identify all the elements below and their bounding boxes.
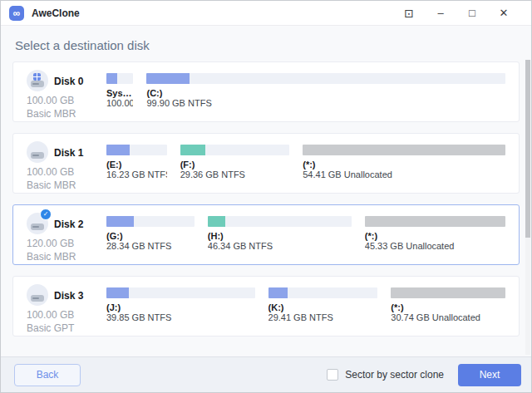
boxed-dot-icon[interactable]: ⊡ — [393, 2, 425, 24]
system-chip-icon — [33, 73, 41, 81]
scrollbar-thumb[interactable] — [525, 60, 530, 238]
disk-row[interactable]: ✓ Disk 1 100.00 GB Basic MBR (E:) 16.23 … — [12, 133, 520, 194]
partition-usage-fill — [106, 287, 129, 298]
disk-size: 100.00 GB — [27, 165, 106, 179]
partition-info: 28.34 GB NTFS — [106, 241, 195, 251]
disk-row[interactable]: ✓ Disk 2 120.00 GB Basic MBR (G:) 28.34 … — [12, 204, 520, 265]
partition-usage-bar — [106, 73, 133, 84]
partition-strip: (G:) 28.34 GB NTFS (H:) 46.34 GB NTFS (*… — [106, 214, 507, 251]
partition-label: (J:) — [106, 302, 255, 312]
footer-bar: Back Sector by sector clone Next — [1, 356, 531, 392]
disk-head: ✓ Disk 3 — [27, 286, 106, 306]
disk-name: Disk 3 — [54, 290, 83, 302]
scrollbar-track[interactable] — [525, 60, 530, 355]
partition-label: (K:) — [268, 302, 378, 312]
disk-head: ✓ Disk 1 — [27, 143, 106, 163]
disk-size: 120.00 GB — [27, 237, 106, 250]
sector-clone-label[interactable]: Sector by sector clone — [345, 369, 444, 381]
partition: (K:) 29.41 GB NTFS — [268, 287, 378, 322]
drive-icon — [31, 81, 44, 87]
app-window: ∞ AweClone ⊡ – □ ✕ Select a destination … — [0, 0, 532, 393]
next-button[interactable]: Next — [458, 364, 521, 386]
disk-type: Basic GPT — [27, 322, 106, 335]
disk-icon: ✓ — [27, 70, 48, 91]
partition-label: (C:) — [146, 88, 505, 98]
disk-meta: ✓ Disk 0 100.00 GB Basic MBR — [27, 71, 106, 120]
partition-label: (E:) — [106, 160, 167, 169]
selected-check-icon: ✓ — [40, 209, 52, 220]
partition-info: 16.23 GB NTFS — [106, 169, 167, 179]
partition-info: 29.41 GB NTFS — [268, 312, 378, 322]
partition-usage-fill — [180, 145, 205, 155]
partition-label: (*:) — [365, 231, 505, 241]
partition-usage-bar — [146, 73, 505, 84]
partition-info: 45.33 GB Unallocated — [365, 241, 505, 251]
partition-strip: (E:) 16.23 GB NTFS (F:) 29.36 GB NTFS (*… — [106, 143, 507, 179]
disk-name: Disk 1 — [54, 147, 83, 159]
partition-usage-bar — [180, 145, 290, 155]
partition-label: (H:) — [208, 231, 352, 241]
sector-clone-checkbox[interactable] — [327, 369, 338, 381]
partition-usage-fill — [365, 216, 505, 227]
partition-info: 100.00... — [106, 98, 133, 108]
drive-icon — [31, 224, 44, 230]
partition: (C:) 99.90 GB NTFS — [146, 73, 505, 108]
partition: (*:) 30.74 GB Unallocated — [391, 287, 505, 322]
partition: (*:) 45.33 GB Unallocated — [365, 216, 505, 251]
partition-usage-bar — [106, 287, 255, 298]
partition-info: 54.41 GB Unallocated — [303, 169, 505, 179]
partition-usage-bar — [106, 145, 167, 155]
drive-icon — [31, 295, 44, 302]
close-button[interactable]: ✕ — [488, 2, 520, 24]
disk-type: Basic MBR — [27, 179, 106, 192]
partition-usage-fill — [268, 287, 288, 298]
disk-type: Basic MBR — [27, 250, 106, 263]
disk-row[interactable]: ✓ Disk 0 100.00 GB Basic MBR Syste... 10… — [12, 61, 520, 122]
disk-row[interactable]: ✓ Disk 3 100.00 GB Basic GPT (J:) 39.85 … — [12, 276, 520, 337]
disk-name: Disk 0 — [54, 76, 83, 87]
disk-type: Basic MBR — [27, 107, 106, 120]
partition: (G:) 28.34 GB NTFS — [106, 216, 195, 251]
partition: (*:) 54.41 GB Unallocated — [303, 145, 505, 179]
minimize-button[interactable]: – — [425, 2, 456, 24]
drive-icon — [31, 152, 44, 159]
disk-head: ✓ Disk 0 — [27, 71, 106, 91]
partition: (F:) 29.36 GB NTFS — [180, 145, 290, 179]
partition-usage-fill — [303, 145, 505, 155]
partition-strip: (J:) 39.85 GB NTFS (K:) 29.41 GB NTFS (*… — [106, 286, 507, 322]
partition-usage-fill — [146, 73, 190, 84]
partition-usage-bar — [106, 216, 195, 227]
disk-head: ✓ Disk 2 — [27, 214, 106, 234]
disk-icon: ✓ — [27, 284, 48, 306]
partition-label: (*:) — [303, 160, 505, 169]
partition-usage-fill — [106, 216, 134, 227]
partition: Syste... 100.00... — [106, 73, 133, 108]
disk-name: Disk 2 — [54, 219, 83, 230]
partition-usage-bar — [365, 216, 505, 227]
maximize-button[interactable]: □ — [456, 2, 488, 24]
partition-info: 30.74 GB Unallocated — [391, 312, 505, 322]
partition-info: 99.90 GB NTFS — [146, 98, 505, 108]
disk-list: ✓ Disk 0 100.00 GB Basic MBR Syste... 10… — [1, 61, 531, 337]
partition-usage-bar — [303, 145, 505, 155]
disk-size: 100.00 GB — [27, 94, 106, 107]
disk-meta: ✓ Disk 2 120.00 GB Basic MBR — [27, 214, 106, 263]
disk-meta: ✓ Disk 1 100.00 GB Basic MBR — [27, 143, 106, 192]
partition: (J:) 39.85 GB NTFS — [106, 287, 255, 322]
partition-label: (*:) — [391, 302, 505, 312]
partition: (H:) 46.34 GB NTFS — [208, 216, 352, 251]
disk-size: 100.00 GB — [27, 308, 106, 322]
partition-usage-fill — [106, 145, 130, 155]
app-title: AweClone — [32, 7, 80, 19]
partition-usage-fill — [106, 73, 117, 84]
titlebar: ∞ AweClone ⊡ – □ ✕ — [1, 1, 531, 25]
window-controls: ⊡ – □ ✕ — [393, 2, 520, 24]
partition-usage-bar — [268, 287, 378, 298]
partition-usage-fill — [208, 216, 225, 227]
partition-strip: Syste... 100.00... (C:) 99.90 GB NTFS — [106, 71, 507, 108]
partition: (E:) 16.23 GB NTFS — [106, 145, 167, 179]
partition-usage-bar — [208, 216, 352, 227]
page-title: Select a destination disk — [1, 26, 531, 61]
back-button[interactable]: Back — [14, 364, 81, 386]
partition-label: (F:) — [180, 160, 290, 169]
